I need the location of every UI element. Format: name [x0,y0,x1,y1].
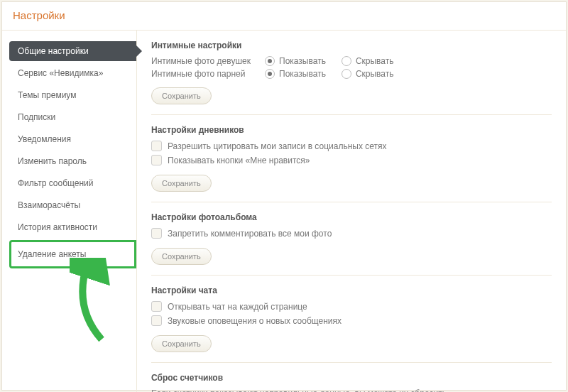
page-header: Настройки [2,2,566,31]
page-title: Настройки [13,9,555,21]
section-chat: Настройки чата Открывать чат на каждой с… [151,285,552,363]
content-area: Интимные настройки Интимные фото девушек… [137,31,566,392]
checkbox-label: Показывать кнопки «Мне нравится» [168,156,310,165]
checkbox-label: Запретить комментировать все мои фото [168,229,332,239]
sidebar-item-settlements[interactable]: Взаиморасчёты [9,195,136,215]
sidebar-item-label: Подписки [18,112,55,122]
sidebar-item-label: Взаиморасчёты [18,200,80,210]
section-diaries: Настройки дневников Разрешить цитировать… [151,125,552,202]
save-button[interactable]: Сохранить [151,248,212,265]
checkbox-label: Звуковые оповещения о новых сообщениях [168,316,342,326]
sidebar-item-activity-history[interactable]: История активности [9,217,136,237]
radio-label: Скрывать [356,69,394,79]
radio-girls-show[interactable]: Показывать [265,56,326,66]
annotation-arrow-icon [70,258,119,343]
sidebar-item-message-filter[interactable]: Фильтр сообщений [9,173,136,193]
sidebar-item-label: История активности [18,222,97,232]
section-title: Настройки фотоальбома [151,212,552,222]
sidebar-item-delete-profile[interactable]: Удаление анкеты [9,240,136,268]
sidebar-item-label: Изменить пароль [18,156,87,166]
radio-boys-show[interactable]: Показывать [265,69,326,79]
sidebar-item-label: Уведомления [18,134,71,144]
section-title: Настройки чата [151,285,552,295]
counters-description: Если счетчики показывают неправильные да… [151,388,552,392]
radio-dot-icon [265,69,275,79]
radio-label: Показывать [279,56,326,66]
checkbox-label: Открывать чат на каждой странице [168,302,307,312]
row-label-boys: Интимные фото парней [151,69,265,79]
radio-label: Скрывать [356,56,394,66]
sidebar: Общие настройки Сервис «Невидимка» Темы … [2,31,137,392]
radio-dot-icon [265,56,275,66]
radio-dot-icon [342,69,351,79]
sidebar-item-subscriptions[interactable]: Подписки [9,107,136,127]
row-label-girls: Интимные фото девушек [151,56,265,66]
radio-girls-hide[interactable]: Скрывать [342,56,394,66]
sidebar-item-themes[interactable]: Темы премиум [9,85,136,105]
section-intimate: Интимные настройки Интимные фото девушек… [151,40,552,115]
section-title: Интимные настройки [151,40,552,50]
save-button[interactable]: Сохранить [151,335,212,352]
sidebar-item-label: Фильтр сообщений [18,178,93,188]
checkbox-sound-alerts[interactable] [151,315,162,326]
sidebar-item-notifications[interactable]: Уведомления [9,129,136,149]
radio-boys-hide[interactable]: Скрывать [342,69,394,79]
radio-label: Показывать [279,69,326,79]
radio-dot-icon [342,56,351,66]
sidebar-item-invisible[interactable]: Сервис «Невидимка» [9,63,136,83]
sidebar-item-label: Удаление анкеты [18,249,86,259]
sidebar-item-general[interactable]: Общие настройки [9,41,136,61]
checkbox-open-chat[interactable] [151,301,162,312]
section-counters: Сброс счетчиков Если счетчики показывают… [151,373,552,392]
checkbox-label: Разрешить цитировать мои записи в социал… [168,141,387,151]
sidebar-item-label: Сервис «Невидимка» [18,68,103,78]
save-button[interactable]: Сохранить [151,175,212,192]
section-title: Настройки дневников [151,125,552,135]
save-button[interactable]: Сохранить [151,87,212,104]
checkbox-show-like[interactable] [151,155,162,165]
checkbox-forbid-comments[interactable] [151,228,162,239]
checkbox-allow-quote[interactable] [151,141,162,151]
sidebar-item-change-password[interactable]: Изменить пароль [9,151,136,171]
section-title: Сброс счетчиков [151,373,552,383]
sidebar-item-label: Темы премиум [18,90,76,100]
section-photo: Настройки фотоальбома Запретить комменти… [151,212,552,276]
sidebar-item-label: Общие настройки [18,46,89,56]
